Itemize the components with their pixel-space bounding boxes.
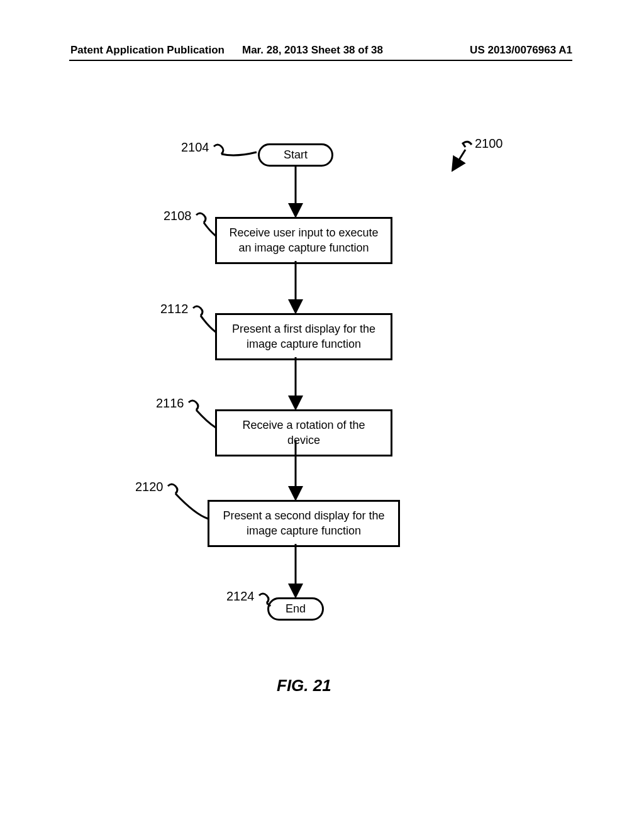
leader-2108 [204,223,216,236]
ref-2116: 2116 [156,396,184,411]
leader-2112 [201,316,216,332]
leader-2100-hook [463,141,472,147]
ref-2108: 2108 [164,209,192,223]
node-start: Start [258,143,333,167]
ref-2120: 2120 [135,480,164,494]
node-end: End [267,597,324,621]
leader-2124-hook [259,594,269,603]
leader-2100-arrow [453,150,465,170]
leader-2120 [175,494,208,519]
node-step2: Present a first display for the image ca… [215,313,392,360]
leader-2112-hook [193,306,203,316]
ref-2104: 2104 [181,140,209,155]
node-step1: Receive user input to execute an image c… [215,217,392,264]
header-right: US 2013/0076963 A1 [470,44,572,57]
ref-2100: 2100 [475,136,503,151]
leader-2104-hook [214,145,223,154]
ref-2112: 2112 [160,302,189,316]
leader-2116-hook [189,401,198,410]
leader-2120-hook [168,484,177,494]
leader-2116 [196,410,216,428]
leader-2104 [221,152,257,155]
node-step3: Receive a rotation of the device [215,409,392,456]
header-mid: Mar. 28, 2013 Sheet 38 of 38 [242,44,383,57]
node-step4: Present a second display for the image c… [208,500,400,547]
header-left: Patent Application Publication [70,44,225,57]
ref-2124: 2124 [226,589,255,604]
page-container: Patent Application Publication Mar. 28, … [0,0,644,830]
leader-2108-hook [196,213,206,223]
figure-label: FIG. 21 [277,676,331,695]
header-rule [69,60,572,61]
